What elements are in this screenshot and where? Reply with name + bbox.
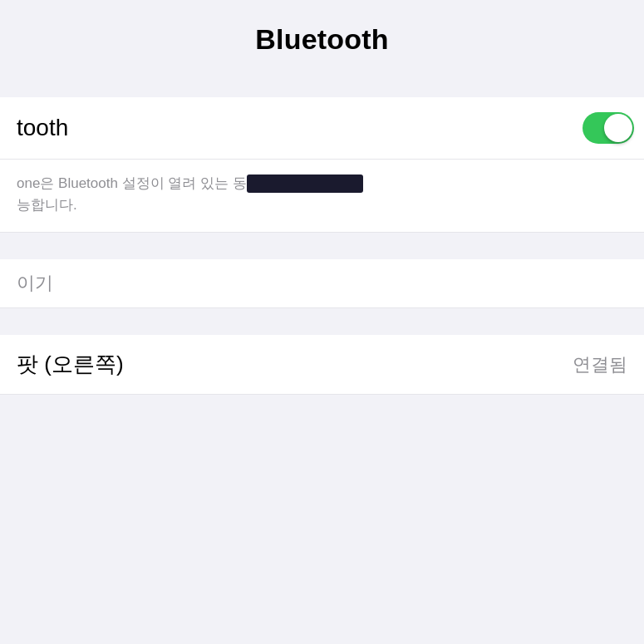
page-header: Bluetooth: [0, 0, 644, 72]
bluetooth-description-text: one은 Bluetooth 설정이 열려 있는 동 능합니다.: [17, 173, 627, 215]
device-name-label: 팟 (오른쪽): [17, 350, 124, 379]
my-devices-subheader-text: 이기: [17, 273, 53, 293]
toggle-knob: [604, 114, 632, 142]
bluetooth-toggle-row[interactable]: tooth: [0, 97, 644, 160]
bluetooth-description-row: one은 Bluetooth 설정이 열려 있는 동 능합니다.: [0, 160, 644, 233]
description-line2: 능합니다.: [17, 197, 77, 213]
section-gap-device: [0, 308, 644, 335]
redacted-block: [247, 175, 363, 193]
bluetooth-settings-page: Bluetooth tooth one은 Bluetooth 설정이 열려 있는…: [0, 0, 644, 644]
my-devices-subheader-row: 이기: [0, 259, 644, 308]
section-gap-top: [0, 72, 644, 97]
section-gap-middle: [0, 233, 644, 259]
connected-device-row[interactable]: 팟 (오른쪽) 연결됨: [0, 335, 644, 395]
bluetooth-toggle-label: tooth: [17, 115, 68, 141]
bluetooth-toggle-switch[interactable]: [583, 112, 634, 144]
page-title: Bluetooth: [255, 23, 388, 55]
description-line1: one은 Bluetooth 설정이 열려 있는 동: [17, 175, 247, 191]
device-status-label: 연결됨: [573, 352, 627, 377]
